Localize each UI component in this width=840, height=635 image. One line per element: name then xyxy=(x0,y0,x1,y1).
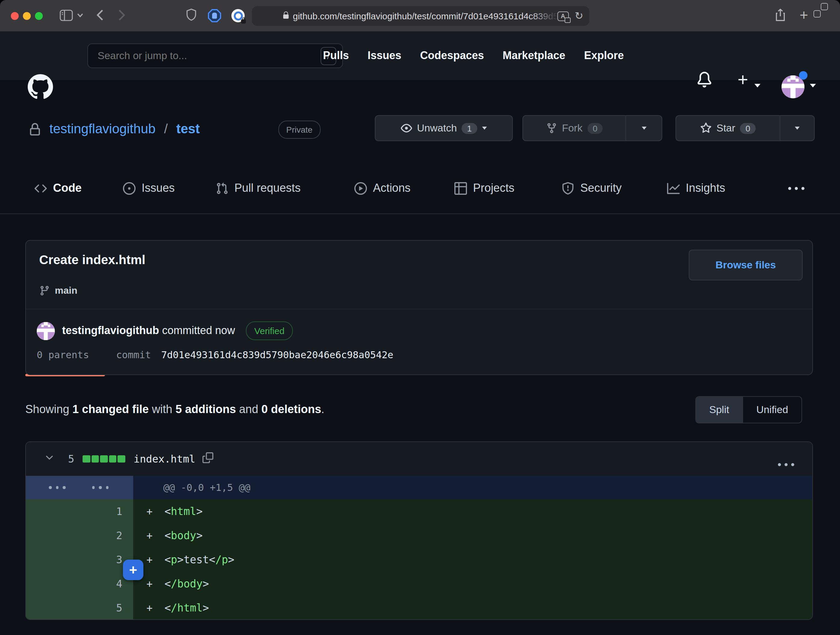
new-tab-icon[interactable]: + xyxy=(800,9,808,21)
fork-dropdown-button[interactable] xyxy=(626,115,662,141)
browse-files-button[interactable]: Browse files xyxy=(689,250,803,280)
commit-branch: main xyxy=(39,285,77,296)
star-icon xyxy=(700,122,712,134)
tabs-overflow-kebab-icon[interactable] xyxy=(788,163,804,214)
add-line-comment-button[interactable]: + xyxy=(123,560,144,580)
addition-sign: + xyxy=(147,596,153,620)
tab-code-label: Code xyxy=(53,182,82,195)
commit-meta-row: 0 parents commit 7d01e493161d4c839d5790b… xyxy=(37,349,393,361)
diff-filename[interactable]: index.html xyxy=(134,453,196,465)
star-label: Star xyxy=(717,122,735,134)
create-new-plus-icon[interactable]: + xyxy=(737,69,748,90)
sidebar-icon[interactable] xyxy=(60,10,73,21)
private-lock-icon xyxy=(28,123,41,139)
code-text: <html> xyxy=(164,499,203,523)
code-text: <body> xyxy=(164,523,203,548)
avatar-chevron-icon[interactable] xyxy=(810,84,816,87)
unwatch-button[interactable]: Unwatch 1 xyxy=(375,115,513,141)
verified-badge[interactable]: Verified xyxy=(246,321,293,340)
tab-security-label: Security xyxy=(580,182,622,195)
line-gutter: 3 xyxy=(26,548,133,572)
watch-button-group: Unwatch 1 xyxy=(375,115,513,141)
diff-options-kebab-icon[interactable] xyxy=(778,458,794,469)
fork-count: 0 xyxy=(587,123,603,133)
password-manager-icon[interactable] xyxy=(231,9,245,22)
tab-code[interactable]: Code xyxy=(34,163,82,214)
create-new-chevron-icon[interactable] xyxy=(755,84,761,87)
breadcrumb-separator: / xyxy=(164,121,168,136)
search-box[interactable]: / xyxy=(87,43,343,68)
line-number[interactable]: 5 xyxy=(116,596,123,620)
issue-icon xyxy=(123,182,136,195)
code-text: </html> xyxy=(164,596,209,620)
table-icon xyxy=(454,182,467,195)
github-logo-icon[interactable] xyxy=(28,74,53,102)
address-bar[interactable]: github.com/testingflaviogithub/test/comm… xyxy=(252,6,589,26)
reload-icon[interactable]: ↻ xyxy=(575,11,584,21)
diff-line-1: 1 + <html> xyxy=(26,499,812,523)
split-toggle-button[interactable]: Split xyxy=(696,397,742,423)
branch-name[interactable]: main xyxy=(55,285,77,296)
code-icon xyxy=(34,182,47,195)
sidebar-chevron-down-icon[interactable] xyxy=(77,13,83,17)
nav-item-marketplace[interactable]: Marketplace xyxy=(502,49,565,62)
nav-item-codespaces[interactable]: Codespaces xyxy=(420,49,484,62)
share-icon[interactable] xyxy=(775,8,786,22)
tab-projects-label: Projects xyxy=(473,182,514,195)
watch-count: 1 xyxy=(461,123,477,133)
tab-issues[interactable]: Issues xyxy=(123,163,175,214)
commit-sha: 7d01e493161d4c839d5790bae2046e6c98a0542e xyxy=(161,349,393,361)
star-button[interactable]: Star 0 xyxy=(676,115,780,141)
diffstat-squares xyxy=(83,455,125,463)
minimize-window-button[interactable] xyxy=(23,12,31,20)
committer-name[interactable]: testingflaviogithub xyxy=(62,325,159,336)
forward-icon[interactable] xyxy=(118,9,125,21)
translate-icon[interactable]: A xyxy=(557,11,569,21)
tab-actions[interactable]: Actions xyxy=(354,163,411,214)
fork-button[interactable]: Fork 0 xyxy=(523,115,625,141)
line-gutter: 4 xyxy=(26,572,133,596)
close-window-button[interactable] xyxy=(11,12,19,20)
hunk-header-row: @@ -0,0 +1,5 @@ xyxy=(26,476,812,499)
line-number[interactable]: 4 xyxy=(116,572,123,596)
browser-window: github.com/testingflaviogithub/test/comm… xyxy=(0,0,840,635)
tab-insights-label: Insights xyxy=(686,182,725,195)
repo-owner-link[interactable]: testingflaviogithub xyxy=(49,121,155,136)
collapse-chevron-icon[interactable] xyxy=(44,452,55,466)
tab-insights[interactable]: Insights xyxy=(667,163,725,214)
private-badge: Private xyxy=(278,120,320,139)
nav-item-pulls[interactable]: Pulls xyxy=(323,49,349,62)
branch-icon xyxy=(39,285,50,296)
nav-item-issues[interactable]: Issues xyxy=(368,49,401,62)
search-input[interactable] xyxy=(96,49,321,62)
eye-icon xyxy=(401,122,412,134)
repo-name-link[interactable]: test xyxy=(176,121,200,136)
zoom-window-button[interactable] xyxy=(35,12,43,20)
committer-row: testingflaviogithub committed now Verifi… xyxy=(37,321,293,340)
privacy-shield-icon[interactable] xyxy=(186,8,196,21)
committer-avatar[interactable] xyxy=(37,322,55,340)
content-blocker-icon[interactable] xyxy=(208,9,221,22)
addition-sign: + xyxy=(147,499,153,523)
notifications-bell-icon[interactable] xyxy=(696,72,712,90)
back-icon[interactable] xyxy=(96,9,104,21)
nav-item-explore[interactable]: Explore xyxy=(584,49,624,62)
star-dropdown-button[interactable] xyxy=(780,115,815,141)
divider xyxy=(26,309,812,309)
copy-path-icon[interactable] xyxy=(202,452,213,466)
diff-line-5: 5 + </html> xyxy=(26,596,812,620)
tab-projects[interactable]: Projects xyxy=(454,163,514,214)
watch-chevron-icon xyxy=(482,127,487,130)
diff-file-header: 5 index.html xyxy=(26,442,812,476)
commit-label: commit xyxy=(116,349,151,361)
play-circle-icon xyxy=(354,182,367,195)
line-gutter: 1 xyxy=(26,499,133,523)
line-number[interactable]: 3 xyxy=(116,548,123,572)
tab-pull-requests[interactable]: Pull requests xyxy=(216,163,301,214)
line-gutter: 5 xyxy=(26,596,133,620)
line-number[interactable]: 2 xyxy=(116,523,123,548)
browser-toolbar: github.com/testingflaviogithub/test/comm… xyxy=(0,0,840,32)
line-number[interactable]: 1 xyxy=(116,499,123,523)
unified-toggle-button[interactable]: Unified xyxy=(743,397,801,423)
tab-security[interactable]: Security xyxy=(562,163,622,214)
